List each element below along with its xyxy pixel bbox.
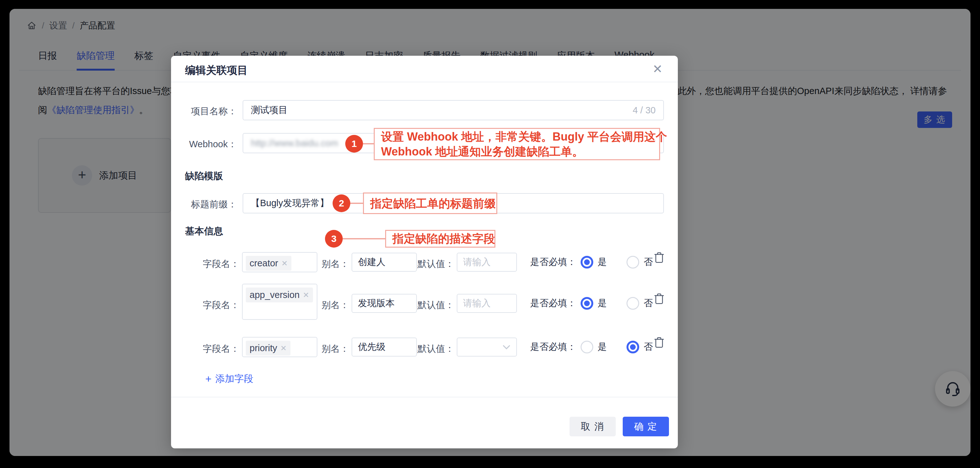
annotation-text: 指定缺陷工单的标题前缀 (370, 196, 490, 211)
basic-info-section-title: 基本信息 (185, 225, 223, 238)
radio-no-label[interactable]: 否 (644, 341, 653, 353)
radio-yes-label[interactable]: 是 (598, 341, 607, 353)
default-value-input[interactable]: 请输入 (457, 294, 517, 313)
confirm-button[interactable]: 确 定 (623, 417, 669, 436)
radio-no-label[interactable]: 否 (644, 256, 653, 268)
annotation-box-2: 指定缺陷工单的标题前缀 (363, 192, 497, 214)
annotation-badge-3: 3 (325, 230, 343, 247)
default-placeholder: 请输入 (463, 297, 491, 310)
radio-yes-label[interactable]: 是 (598, 297, 607, 310)
close-icon[interactable]: ✕ (650, 62, 665, 77)
annotation-box-3: 指定缺陷的描述字段 (385, 230, 495, 247)
edit-linked-project-dialog: 编辑关联项目 ✕ 项目名称： 测试项目 4 / 30 Webhook： http… (171, 56, 678, 448)
project-name-input[interactable]: 测试项目 4 / 30 (243, 100, 664, 120)
cancel-button[interactable]: 取 消 (570, 417, 616, 436)
default-value-label: 默认值： (386, 299, 454, 312)
add-field-label: 添加字段 (215, 372, 253, 386)
alias-label: 别名： (281, 299, 349, 312)
app-page: / 设置 / 产品配置 日报 缺陷管理 标签 自定义事件 自定义维度 连续崩溃 … (10, 9, 970, 456)
default-value-label: 默认值： (386, 258, 454, 270)
alias-value: 优先级 (358, 341, 385, 353)
required-radio-group: 是否必填： 是 否 (530, 297, 653, 310)
field-name-label: 字段名： (171, 343, 239, 355)
webhook-label: Webhook： (171, 138, 237, 151)
radio-no[interactable] (627, 341, 639, 353)
annotation-line-1 (363, 143, 374, 144)
title-prefix-label: 标题前缀： (171, 198, 237, 211)
alias-value: 创建人 (358, 256, 385, 268)
default-value-label: 默认值： (386, 343, 454, 355)
radio-no-label[interactable]: 否 (644, 297, 653, 310)
char-counter: 4 / 30 (633, 105, 655, 116)
webhook-placeholder: http://www.baidu.com (251, 138, 338, 149)
tag-text: priority (250, 343, 277, 353)
annotation-box-1: 设置 Webhook 地址，非常关键。Bugly 平台会调用这个 Webhook… (374, 128, 660, 160)
required-label: 是否必填： (530, 256, 576, 268)
annotation-badge-1: 1 (345, 135, 363, 152)
footer-divider (171, 397, 678, 397)
alias-label: 别名： (281, 258, 349, 270)
dialog-header: 编辑关联项目 ✕ (171, 56, 678, 82)
required-radio-group: 是否必填： 是 否 (530, 256, 653, 268)
plus-icon: + (205, 373, 212, 385)
tag-text: creator (250, 258, 278, 268)
radio-no[interactable] (627, 256, 639, 268)
radio-yes[interactable] (581, 297, 593, 310)
field-name-label: 字段名： (171, 299, 239, 312)
radio-yes-label[interactable]: 是 (598, 256, 607, 268)
delete-row-icon[interactable] (654, 336, 665, 348)
project-name-value: 测试项目 (251, 104, 288, 117)
project-name-label: 项目名称： (171, 105, 237, 118)
default-value-input[interactable]: 请输入 (457, 253, 517, 272)
dialog-title: 编辑关联项目 (185, 63, 248, 78)
required-radio-group: 是否必填： 是 否 (530, 341, 653, 353)
remove-tag-icon[interactable]: ✕ (303, 291, 309, 300)
default-value-select[interactable] (457, 338, 517, 357)
chevron-down-icon (502, 344, 511, 350)
radio-no[interactable] (627, 297, 639, 310)
required-label: 是否必填： (530, 341, 576, 353)
delete-row-icon[interactable] (654, 251, 665, 263)
annotation-line-3 (343, 238, 385, 240)
required-label: 是否必填： (530, 297, 576, 310)
alias-label: 别名： (281, 343, 349, 355)
field-name-label: 字段名： (171, 258, 239, 270)
annotation-badge-2: 2 (332, 194, 350, 212)
defect-template-section-title: 缺陷模版 (185, 170, 223, 183)
delete-row-icon[interactable] (654, 293, 665, 305)
title-prefix-value: 【Bugly发现异常】 (251, 197, 329, 209)
annotation-text: 指定缺陷的描述字段 (393, 231, 488, 247)
annotation-text: 设置 Webhook 地址，非常关键。Bugly 平台会调用这个 (381, 129, 653, 144)
annotation-text: Webhook 地址通知业务创建缺陷工单。 (381, 144, 653, 159)
default-placeholder: 请输入 (463, 256, 491, 268)
annotation-line-2 (350, 203, 363, 204)
radio-yes[interactable] (581, 341, 593, 353)
radio-yes[interactable] (581, 256, 593, 268)
add-field-link[interactable]: + 添加字段 (205, 372, 253, 386)
